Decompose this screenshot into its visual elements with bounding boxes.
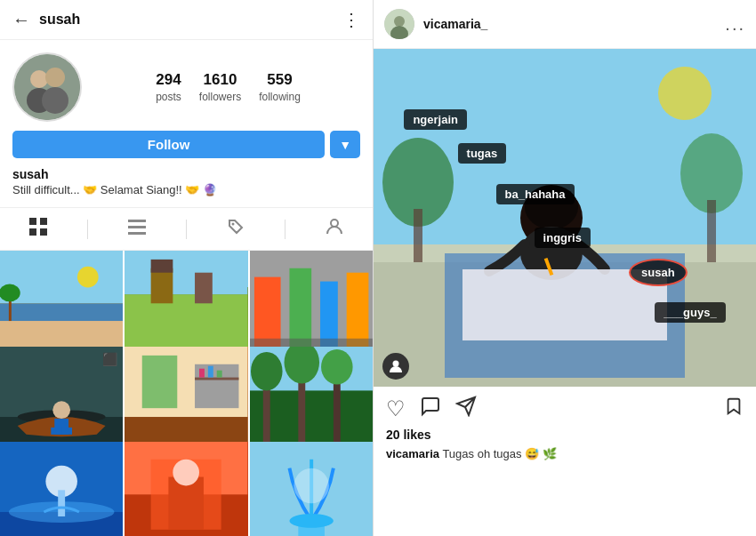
svg-rect-6: [40, 218, 47, 225]
svg-point-34: [52, 401, 70, 419]
svg-rect-82: [414, 209, 422, 262]
svg-rect-40: [142, 356, 178, 408]
user-tab-icon[interactable]: [307, 213, 362, 244]
grid-overlay-4: ⬛: [102, 352, 117, 366]
post-image: ngerjain tugas ba_hahaha inggris susah _…: [374, 49, 756, 387]
svg-rect-11: [128, 232, 146, 235]
svg-rect-8: [40, 228, 47, 236]
tag-tugas[interactable]: tugas: [458, 143, 507, 164]
left-panel: ← susah ⋮ 294 posts: [0, 0, 374, 536]
tab-divider-2: [186, 220, 187, 239]
tabs-row: [0, 207, 373, 251]
svg-rect-29: [346, 273, 368, 348]
svg-point-85: [658, 67, 712, 120]
caption-text: Tugas oh tugas 😅 🌿: [442, 447, 556, 460]
posts-count: 294: [156, 71, 181, 89]
svg-rect-23: [151, 260, 173, 273]
follow-row: Follow ▼: [0, 131, 373, 167]
svg-point-18: [0, 284, 20, 302]
caption-row: vicamaria Tugas oh tugas 😅 🌿: [374, 445, 756, 468]
tag-susah[interactable]: susah: [629, 259, 688, 286]
svg-point-19: [77, 267, 99, 288]
svg-point-50: [251, 352, 283, 390]
svg-rect-26: [254, 277, 281, 348]
grid-tab-icon[interactable]: [11, 213, 66, 244]
svg-rect-37: [61, 428, 72, 435]
svg-point-64: [173, 460, 200, 486]
posts-label: posts: [156, 91, 181, 103]
stats-row: 294 posts 1610 followers 559 following: [96, 71, 360, 103]
svg-point-4: [42, 87, 68, 114]
svg-point-67: [289, 514, 333, 528]
like-icon[interactable]: ♡: [386, 396, 406, 421]
profile-section: 294 posts 1610 followers 559 following: [0, 40, 373, 131]
back-icon[interactable]: ←: [12, 10, 30, 30]
bio-text: Still difficult... 🤝 Selamat Siang!! 🤝 🔮: [12, 183, 360, 196]
svg-rect-15: [0, 303, 123, 321]
svg-point-70: [394, 16, 405, 27]
photo-grid: ⬛: [0, 251, 373, 536]
follow-button[interactable]: Follow: [12, 131, 325, 158]
svg-rect-45: [217, 370, 222, 377]
avatar-image: [14, 54, 80, 120]
svg-rect-9: [128, 220, 146, 222]
svg-point-86: [393, 361, 399, 367]
svg-rect-42: [195, 377, 238, 380]
post-avatar: [384, 9, 414, 39]
tab-divider-3: [285, 220, 286, 239]
svg-rect-22: [151, 268, 173, 304]
bio-username: susah: [12, 167, 360, 181]
tab-divider-1: [87, 220, 88, 239]
caption-username[interactable]: vicamaria: [386, 447, 439, 460]
svg-rect-84: [707, 200, 716, 262]
svg-rect-10: [128, 226, 146, 228]
svg-rect-27: [289, 268, 311, 348]
followers-count: 1610: [204, 71, 237, 89]
tag-tab-icon[interactable]: [208, 213, 263, 244]
following-count: 559: [267, 71, 292, 89]
left-header: ← susah ⋮: [0, 0, 373, 40]
bookmark-icon[interactable]: [724, 396, 744, 421]
tag-inggris[interactable]: inggris: [535, 228, 591, 248]
tag-guys[interactable]: ___guys_: [655, 302, 725, 323]
comment-icon[interactable]: [420, 396, 441, 422]
svg-rect-43: [199, 368, 205, 377]
post-more-icon[interactable]: ...: [725, 14, 745, 35]
grid-photo-8[interactable]: [125, 442, 247, 536]
svg-point-1: [30, 70, 48, 88]
svg-rect-59: [58, 491, 65, 517]
likes-count: 20 likes: [374, 428, 756, 445]
dropdown-button[interactable]: ▼: [330, 131, 360, 158]
profile-username-header: susah: [39, 12, 334, 28]
followers-stat: 1610 followers: [199, 71, 241, 103]
svg-point-12: [232, 223, 235, 226]
following-label: following: [259, 91, 301, 103]
following-stat: 559 following: [259, 71, 301, 103]
svg-rect-7: [29, 228, 36, 236]
svg-rect-20: [125, 251, 247, 294]
list-tab-icon[interactable]: [109, 213, 165, 244]
grid-photo-7[interactable]: [0, 442, 123, 536]
svg-point-54: [321, 349, 353, 385]
svg-rect-24: [195, 273, 213, 304]
svg-rect-44: [208, 365, 213, 377]
svg-point-68: [294, 468, 329, 504]
post-actions: ♡: [374, 387, 756, 428]
bio-section: susah Still difficult... 🤝 Selamat Siang…: [0, 167, 373, 207]
svg-point-3: [45, 68, 65, 87]
right-panel: vicamaria_ ...: [374, 0, 756, 536]
followers-label: followers: [199, 91, 241, 103]
more-options-icon[interactable]: ⋮: [342, 9, 360, 30]
share-icon[interactable]: [455, 396, 477, 422]
svg-rect-5: [29, 218, 36, 225]
tag-bahaha[interactable]: ba_hahaha: [496, 184, 575, 204]
svg-point-13: [331, 220, 338, 227]
tag-ngerjain[interactable]: ngerjain: [404, 109, 467, 130]
avatar: [12, 52, 82, 122]
posts-stat: 294 posts: [156, 71, 181, 103]
post-username: vicamaria_: [423, 17, 716, 31]
post-background: ngerjain tugas ba_hahaha inggris susah _…: [374, 49, 756, 387]
svg-rect-28: [320, 282, 338, 348]
tag-person-icon[interactable]: [382, 353, 409, 380]
grid-photo-9[interactable]: [250, 442, 373, 536]
